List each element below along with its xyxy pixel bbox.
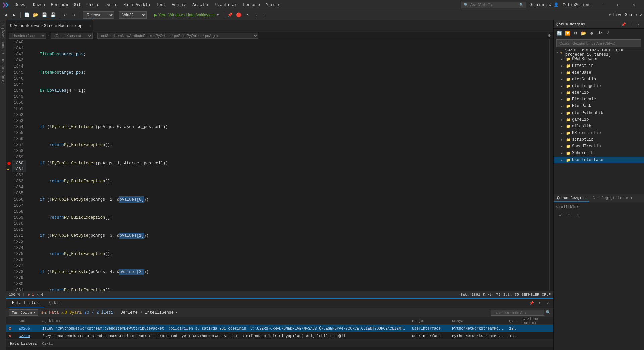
se-pin-btn[interactable]: 📌 [621, 21, 627, 27]
solution-search-input[interactable] [556, 39, 641, 47]
split-editor-icon[interactable]: ⊕ [548, 33, 551, 38]
solution-tab-gezgini[interactable]: Çözüm Gezgini [554, 194, 589, 202]
error-code-2[interactable]: C2248 [16, 334, 40, 338]
se-close-btn[interactable]: ✕ [635, 21, 641, 27]
error-row-2[interactable]: ⊗ C2248 'CPythonNetworkStream::SendItemN… [6, 332, 553, 340]
toolbar-step-over[interactable]: ↷ [244, 11, 251, 19]
se-maximize-btn[interactable]: ⬆ [628, 21, 634, 27]
prop-event-btn[interactable]: ⚡ [574, 212, 581, 219]
zoom-level[interactable]: 100 % [9, 293, 20, 297]
toolbar-save-all-btn[interactable]: 💾 [49, 11, 57, 19]
toolbar-breakpt-btn[interactable]: 🔴 [235, 11, 243, 19]
menu-test[interactable]: Test [153, 1, 168, 9]
tree-solution[interactable]: ▼ ◈ Çözüm 'Metin2Client' (16 projeden 16… [554, 49, 644, 56]
warning-indicator[interactable]: △ 0 [37, 292, 43, 297]
sidebar-sunucu-gezgini[interactable]: Sunucu Gezgini [0, 20, 6, 56]
se-props-btn[interactable]: ⚙ [588, 30, 595, 37]
tree-eterlocale[interactable]: ▶ 📁 EterLocale [554, 96, 644, 103]
se-filter-btn[interactable]: 🔽 [564, 30, 571, 37]
se-collapse-btn[interactable]: ⊟ [572, 30, 579, 37]
toolbar-forward-btn[interactable]: ▶ [11, 11, 18, 19]
tab-hata-listesi[interactable]: Hata Listesi [9, 299, 44, 307]
tree-eTerimagelib[interactable]: ▶ 📁 eterImageLib [554, 83, 644, 89]
tree-effectlib[interactable]: ▶ 📁 EffectLib [554, 62, 644, 69]
menu-yardim[interactable]: Yardım [263, 1, 283, 9]
tree-userinterface[interactable]: ▶ 📁 UserInterface [554, 157, 644, 163]
th-line[interactable]: Ç... [506, 319, 520, 323]
scope-right-dropdown[interactable]: netSendItemNewAttributePacket(PyObject *… [97, 33, 258, 39]
message-count-btn[interactable]: ℹ 0 / 2 İleti [84, 310, 113, 315]
th-code[interactable]: Kod [16, 319, 40, 323]
toolbar-extra-btn[interactable]: ↗ [640, 12, 642, 17]
menu-uzantilar[interactable]: Uzantılar [213, 1, 240, 9]
tree-gamelib[interactable]: ▶ 📁 gamelib [554, 116, 644, 123]
footer-cikti[interactable]: Çıktı [41, 341, 54, 346]
status-encoding[interactable]: CRLF [542, 293, 551, 297]
build-filter-btn[interactable]: Derleme + IntelliSense ▾ [121, 310, 178, 315]
tree-spherelib[interactable]: ▶ 📁 SphereLib [554, 150, 644, 157]
se-preview-btn[interactable]: 👁 [596, 30, 603, 37]
prop-sort-btn[interactable]: ↕ [565, 212, 573, 219]
menu-proje[interactable]: Proje [85, 1, 102, 9]
panel-pin-btn[interactable]: 📌 [529, 300, 535, 306]
toolbar-open-btn[interactable]: 📂 [32, 11, 39, 19]
tab-cikti[interactable]: Çıktı [46, 299, 64, 307]
scope-left-dropdown[interactable]: UserInterface [9, 33, 46, 39]
minimize-button[interactable]: ─ [595, 0, 610, 10]
menu-araclar[interactable]: Araçlar [190, 1, 212, 9]
toolbar-attach-btn[interactable]: 📌 [226, 11, 234, 19]
menu-pencere[interactable]: Pencere [240, 1, 263, 9]
menu-dosya[interactable]: Dosya [12, 1, 30, 9]
tree-eterlib[interactable]: ▶ 📁 eterlib [554, 89, 644, 96]
se-sync-btn[interactable]: 🔄 [556, 30, 563, 37]
close-button[interactable]: ✕ [626, 0, 641, 10]
th-project[interactable]: Proje [409, 319, 449, 323]
menu-hata-ayikla[interactable]: Hata Ayıkla [121, 1, 153, 9]
error-indicator[interactable]: ⊗ 1 [28, 292, 34, 297]
editor-tab-active[interactable]: CPythonNetworkStreamModule.cpp ✕ [6, 20, 93, 32]
menu-analiz[interactable]: Analiz [169, 1, 189, 9]
restore-button[interactable]: ◻ [610, 0, 626, 10]
toolbar-new-btn[interactable]: 📄 [23, 11, 31, 19]
tree-mileslib[interactable]: ▶ 📁 mileslib [554, 123, 644, 130]
menu-gorunum[interactable]: Görünüm [48, 1, 70, 9]
tree-prterrainlib[interactable]: ▶ 📁 PRTerrainLib [554, 130, 644, 136]
prop-list-btn[interactable]: ≡ [556, 212, 564, 219]
panel-close-btn[interactable]: ✕ [545, 300, 551, 306]
menu-derle[interactable]: Derle [103, 1, 120, 9]
tree-scriptlib[interactable]: ▶ 📁 scriptLib [554, 136, 644, 143]
status-tabs[interactable]: SEKMELER [522, 293, 539, 297]
scope-filter-btn[interactable]: Tüm Çözüm ▾ [9, 309, 38, 316]
build-config-dropdown[interactable]: Release [83, 11, 114, 19]
solution-tab-git[interactable]: Git Değişiklikleri [589, 194, 636, 202]
toolbar-step-in[interactable]: ↓ [253, 11, 260, 19]
error-count-btn[interactable]: ⊗ 2 Hata [41, 310, 59, 315]
sidebar-arac-kutusu[interactable]: Araç Kutusu [0, 56, 6, 86]
toolbar-undo-btn[interactable]: ↩ [62, 11, 69, 19]
footer-hata-listesi[interactable]: Hata Listesi [9, 341, 38, 346]
menu-git[interactable]: Git [71, 1, 84, 9]
tree-speedtreelib[interactable]: ▶ 📁 SpeedTreeLib [554, 143, 644, 150]
error-row-1[interactable]: ⊗ E0265 işlev 'CPythonNetworkStream::Sen… [6, 325, 553, 332]
th-hide[interactable]: Gizleme Durumu [520, 317, 553, 325]
code-content[interactable]: TItemPos source_pos; TItemPos target_pos… [29, 39, 549, 291]
tree-etergrnlib[interactable]: ▶ 📁 eterGrnLib [554, 76, 644, 83]
toolbar-redo-btn[interactable]: ↪ [70, 11, 78, 19]
live-share-btn[interactable]: ⚡ Live Share [609, 12, 637, 17]
se-git-btn[interactable]: ⑂ [604, 30, 611, 37]
toolbar-step-out[interactable]: ↑ [261, 11, 269, 19]
menu-search-input[interactable] [470, 3, 517, 7]
scope-middle-dropdown[interactable]: (Genel Kapsam) [51, 33, 93, 39]
tree-eterpack[interactable]: ▶ 📁 EterPack [554, 103, 644, 110]
toolbar-back-btn[interactable]: ◀ [2, 11, 9, 19]
se-show-all-btn[interactable]: 📂 [580, 30, 587, 37]
tree-eterpythonlib[interactable]: ▶ 📁 eterPythonLib [554, 110, 644, 116]
tab-close-icon[interactable]: ✕ [89, 24, 91, 28]
warning-count-btn[interactable]: ⚠ 0 Uyarı [61, 310, 82, 315]
error-code-1[interactable]: E0265 [16, 326, 40, 331]
menu-duzen[interactable]: Düzen [30, 1, 48, 9]
toolbar-save-btn[interactable]: 💾 [41, 11, 48, 19]
editor-scrollbar[interactable] [549, 39, 553, 291]
start-debug-button[interactable]: ▶ Yerel Windows Hata Ayıklayıcısı ▾ [151, 12, 221, 18]
error-search-input[interactable] [491, 310, 544, 316]
